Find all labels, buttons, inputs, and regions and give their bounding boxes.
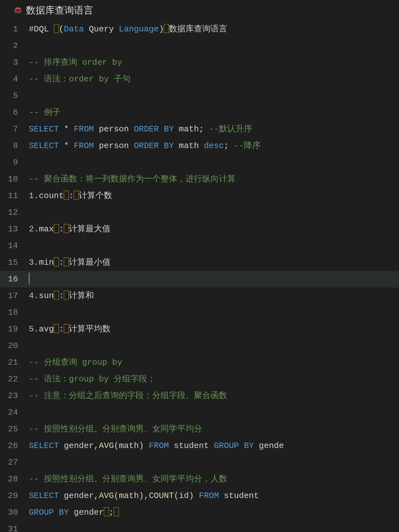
token-keyword: desc [204,141,224,151]
line-number: 28 [0,471,29,487]
fullwidth-space-highlight [104,507,109,517]
code-line[interactable]: 28-- 按照性别分组。分别查询男、女同学平均分，人数 [0,471,399,487]
line-number: 26 [0,437,29,454]
code-content[interactable]: -- 聚合函数：将一列数据作为一个整体，进行纵向计算 [29,171,399,187]
fullwidth-space-highlight [54,324,59,333]
token-comment: --默认升序 [209,124,252,134]
code-line[interactable]: 5 [0,87,399,104]
token-comment: -- 排序查询 order by [29,58,122,67]
token-keyword: FROM [199,491,219,501]
line-number: 13 [0,221,29,237]
token-comment: -- 注意：分组之后查询的字段；分组字段、聚合函数 [29,391,227,401]
token-keyword: GROUP BY [214,441,254,451]
code-line[interactable]: 174.sun:计算和 [0,287,399,304]
code-editor[interactable]: 1#DQL (Data Query Language)数据库查询语言23-- 排… [0,21,399,532]
code-content[interactable]: -- 注意：分组之后查询的字段；分组字段、聚合函数 [29,387,399,404]
code-line[interactable]: 10-- 聚合函数：将一列数据作为一个整体，进行纵向计算 [0,171,399,187]
code-line[interactable]: 9 [0,154,399,171]
token-plain: : [69,191,74,201]
code-line[interactable]: 31 [0,521,399,532]
line-number: 1 [0,21,29,37]
token-number: 2. [29,224,39,234]
code-line[interactable]: 25-- 按照性别分组。分别查询男、女同学平均分 [0,421,399,437]
token-paren: ( [174,491,179,501]
token-plain: id [179,491,189,501]
line-number: 2 [0,37,29,54]
token-keyword: ORDER BY [134,124,174,134]
token-comment: -- 语法：order by 子句 [29,74,130,84]
code-line[interactable]: 23-- 注意：分组之后查询的字段；分组字段、聚合函数 [0,387,399,404]
code-content[interactable]: -- 语法：order by 子句 [29,71,399,87]
fullwidth-space-highlight [64,291,69,300]
code-content[interactable]: 1.count:计算个数 [29,187,399,204]
token-plain: Query [84,24,119,34]
code-line[interactable]: 29SELECT gender,AVG(math),COUNT(id) FROM… [0,487,399,504]
token-plain: person [94,124,134,134]
code-line[interactable]: 14 [0,237,399,254]
code-content[interactable]: -- 语法：group by 分组字段； [29,371,399,387]
code-line[interactable]: 30GROUP BY gender; [0,504,399,521]
code-line[interactable]: 6-- 例子 [0,104,399,121]
token-number: 4. [29,291,39,301]
token-fn: AVG [99,491,114,501]
code-line[interactable]: 27 [0,454,399,471]
code-content[interactable]: GROUP BY gender; [29,504,399,521]
token-plain: count [39,191,64,201]
token-plain: * [59,124,74,134]
code-line[interactable]: 132.max:计算最大值 [0,221,399,237]
code-line[interactable]: 24 [0,404,399,421]
code-line[interactable]: 1#DQL (Data Query Language)数据库查询语言 [0,21,399,37]
token-plain: math; [174,124,209,134]
line-number: 21 [0,354,29,371]
code-line[interactable]: 20 [0,337,399,354]
tab-bar: 数据库查询语言 [0,0,399,21]
code-line[interactable]: 2 [0,37,399,54]
token-plain [194,491,199,501]
code-content[interactable]: SELECT gender,AVG(math),COUNT(id) FROM s… [29,487,399,504]
code-content[interactable]: -- 按照性别分组。分别查询男、女同学平均分 [29,421,399,437]
code-content[interactable]: SELECT * FROM person ORDER BY math desc;… [29,137,399,154]
token-keyword: FROM [74,141,94,151]
token-number: 5. [29,324,39,334]
code-content[interactable]: SELECT gender,AVG(math) FROM student GRO… [29,437,399,454]
code-content[interactable]: SELECT * FROM person ORDER BY math; --默认… [29,121,399,137]
code-line[interactable]: 195.avg:计算平均数 [0,321,399,337]
code-line[interactable]: 26SELECT gender,AVG(math) FROM student G… [0,437,399,454]
token-comment: -- 按照性别分组。分别查询男、女同学平均分 [29,424,202,434]
token-plain: 计算平均数 [69,324,111,334]
code-line[interactable]: 7SELECT * FROM person ORDER BY math; --默… [0,121,399,137]
code-line[interactable]: 21-- 分组查询 group by [0,354,399,371]
code-content[interactable]: -- 排序查询 order by [29,54,399,71]
code-content[interactable]: 2.max:计算最大值 [29,221,399,237]
token-plain: gende [254,441,284,451]
code-content[interactable]: -- 分组查询 group by [29,354,399,371]
code-content[interactable]: 3.min:计算最小值 [29,254,399,271]
tab-title[interactable]: 数据库查询语言 [26,4,93,17]
token-plain: 计算个数 [79,191,112,201]
code-line[interactable]: 8SELECT * FROM person ORDER BY math desc… [0,137,399,154]
code-content[interactable]: -- 按照性别分组。分别查询男、女同学平均分，人数 [29,471,399,487]
fullwidth-space-highlight [54,257,59,267]
code-line[interactable]: 153.min:计算最小值 [0,254,399,271]
fullwidth-space-highlight [64,224,69,233]
token-plain: : [59,224,64,234]
code-content[interactable]: -- 例子 [29,104,399,121]
code-content[interactable]: #DQL (Data Query Language)数据库查询语言 [29,21,399,37]
token-plain: min [39,258,54,267]
code-line[interactable]: 4-- 语法：order by 子句 [0,71,399,87]
code-content[interactable] [29,271,399,287]
code-line[interactable]: 12 [0,204,399,221]
code-line[interactable]: 18 [0,304,399,321]
code-content[interactable]: 4.sun:计算和 [29,287,399,304]
code-line[interactable]: 22-- 语法：group by 分组字段； [0,371,399,387]
database-icon [14,7,21,14]
token-keyword: SELECT [29,141,59,151]
code-line[interactable]: 16 [0,271,399,287]
token-plain: 数据库查询语言 [169,24,227,34]
line-number: 18 [0,304,29,321]
code-content[interactable]: 5.avg:计算平均数 [29,321,399,337]
code-line[interactable]: 3-- 排序查询 order by [0,54,399,71]
code-line[interactable]: 111.count:计算个数 [0,187,399,204]
line-number: 3 [0,54,29,71]
fullwidth-space-highlight [64,191,69,200]
